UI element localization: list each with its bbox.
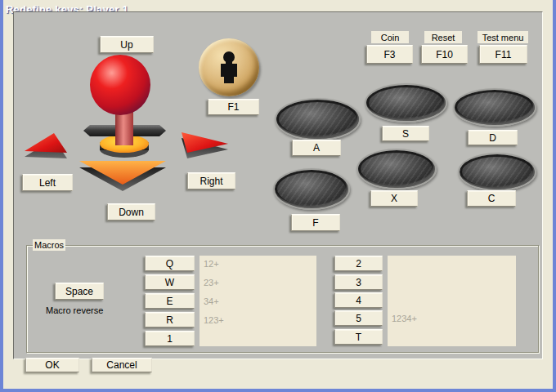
- reset-label-text: Reset: [432, 33, 455, 42]
- macro-key-2-label: 2: [356, 258, 361, 270]
- macro-key-q-label: Q: [166, 258, 173, 270]
- macro-key-w[interactable]: W: [145, 274, 195, 290]
- macro-text-area-left[interactable]: 12+ 23+ 34+ 123+: [200, 256, 316, 346]
- cancel-button[interactable]: Cancel: [92, 358, 152, 372]
- up-key-button[interactable]: Up: [100, 36, 154, 53]
- arcade-pad-x-icon: [356, 149, 437, 189]
- macro-reverse-label: Macro reverse: [44, 305, 105, 315]
- reset-key-label: F10: [436, 49, 453, 60]
- arcade-pad-c-icon: [458, 153, 536, 191]
- player-icon: [217, 50, 241, 86]
- start-key-button[interactable]: F1: [208, 99, 259, 115]
- coin-label-text: Coin: [381, 33, 400, 42]
- button-s-label: S: [402, 128, 409, 140]
- arcade-pad-s-icon: [365, 83, 447, 122]
- cancel-button-label: Cancel: [106, 359, 137, 371]
- down-key-label: Down: [119, 207, 144, 218]
- ok-button[interactable]: OK: [25, 358, 79, 372]
- macro-key-5[interactable]: 5: [334, 310, 383, 326]
- macro-key-5-label: 5: [356, 313, 361, 324]
- test-menu-key-label: F11: [495, 49, 512, 60]
- macro-key-q[interactable]: Q: [145, 256, 195, 271]
- macro-key-r-label: R: [166, 314, 173, 326]
- button-c-key[interactable]: C: [467, 190, 516, 207]
- space-key-button[interactable]: Space: [55, 283, 104, 300]
- macro-key-e-label: E: [166, 296, 173, 307]
- macro-key-t-label: T: [356, 332, 361, 343]
- macro-line: 12+: [204, 259, 219, 269]
- macro-line: 34+: [204, 296, 219, 306]
- button-x-key[interactable]: X: [370, 190, 418, 207]
- macro-key-4-label: 4: [356, 295, 361, 306]
- ok-button-label: OK: [45, 359, 59, 371]
- macro-key-w-label: W: [165, 277, 174, 288]
- test-menu-key-button[interactable]: F11: [479, 45, 527, 64]
- button-d-label: D: [489, 132, 496, 144]
- reset-key-button[interactable]: F10: [421, 45, 468, 64]
- redefine-keys-dialog: Redefine keys: Player 1: [0, 0, 556, 392]
- macro-reverse-label-text: Macro reverse: [46, 305, 103, 315]
- macro-key-1-label: 1: [167, 333, 173, 345]
- macros-group-title-text: Macros: [34, 240, 64, 250]
- start-token-graphic: [199, 38, 259, 96]
- button-x-label: X: [391, 193, 397, 204]
- macro-line: 23+: [204, 278, 219, 287]
- macro-line: 123+: [204, 315, 224, 325]
- arcade-pad-a-icon: [275, 98, 361, 140]
- macro-key-3[interactable]: 3: [334, 274, 383, 290]
- down-key-button[interactable]: Down: [107, 203, 155, 220]
- button-c-label: C: [488, 193, 495, 204]
- coin-key-label: F3: [383, 49, 395, 60]
- macro-key-2[interactable]: 2: [334, 256, 383, 271]
- up-key-label: Up: [120, 39, 132, 51]
- left-key-label: Left: [39, 177, 56, 189]
- macro-key-t[interactable]: T: [334, 329, 383, 345]
- macro-key-4[interactable]: 4: [334, 292, 383, 308]
- macro-key-3-label: 3: [356, 277, 361, 288]
- button-f-key[interactable]: F: [291, 214, 340, 231]
- button-a-label: A: [313, 142, 320, 154]
- arcade-pad-d-icon: [453, 88, 536, 127]
- macros-group-title: Macros: [33, 239, 65, 251]
- macro-key-e[interactable]: E: [145, 293, 195, 309]
- macro-text-area-right[interactable]: 1234+: [388, 256, 516, 346]
- button-f-label: F: [312, 217, 318, 229]
- coin-label: Coin: [371, 31, 409, 43]
- macro-key-r[interactable]: R: [145, 312, 195, 327]
- macro-key-1[interactable]: 1: [145, 331, 195, 346]
- test-menu-label: Test menu: [478, 31, 528, 43]
- right-key-button[interactable]: Right: [187, 172, 235, 189]
- coin-key-button[interactable]: F3: [366, 45, 413, 64]
- button-s-key[interactable]: S: [382, 126, 429, 141]
- button-a-key[interactable]: A: [292, 140, 341, 156]
- button-d-key[interactable]: D: [468, 130, 518, 145]
- start-key-label: F1: [227, 101, 239, 113]
- macro-line: 1234+: [392, 314, 417, 323]
- left-key-button[interactable]: Left: [22, 174, 73, 191]
- reset-label: Reset: [424, 31, 462, 43]
- arcade-pad-f-icon: [273, 168, 350, 210]
- right-key-label: Right: [200, 176, 222, 187]
- test-menu-label-text: Test menu: [482, 33, 524, 42]
- space-key-label: Space: [65, 286, 93, 297]
